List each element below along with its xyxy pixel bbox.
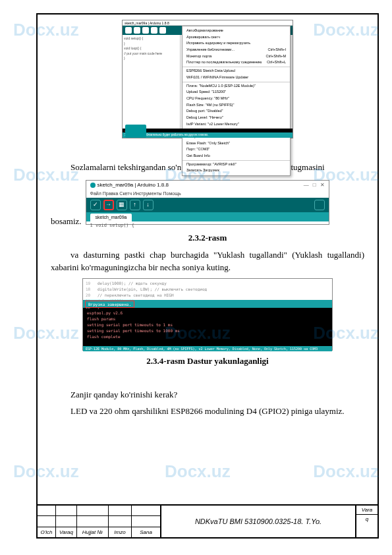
paragraph-2: va dasturning pastki chap burchagida "Yu… xyxy=(51,248,364,274)
code-line: void loop() { xyxy=(124,46,179,51)
title-block-right: Vara q xyxy=(356,506,378,537)
title-block-left: O'lch Varaq Hujjat № Imzo Sana xyxy=(38,506,161,537)
menu-item: Плоттер по последовательному соединениюC… xyxy=(182,59,290,66)
menu-item: Flash Size: "4M (no SPIFFS)" xyxy=(182,102,290,109)
page-frame: sketch_mar09a | Arduino 1.8.8 void setup… xyxy=(36,13,379,539)
ide-tabbar: sketch_mar09a xyxy=(86,212,329,221)
console-line: setting serial port timeouts to 1 ms xyxy=(87,322,328,328)
upload-complete-message: Вгрузка завершена. xyxy=(85,301,134,308)
menu-item: WiFi101 / WiFiNINA Firmware Updater xyxy=(182,74,290,81)
content-area: sketch_mar09a | Arduino 1.8.8 void setup… xyxy=(38,15,378,427)
menu-separator xyxy=(182,160,290,161)
console-line: flash complete xyxy=(87,334,328,339)
menu-item: ESP8266 Sketch Data Upload xyxy=(182,68,290,74)
tb-header: Varaq xyxy=(56,527,77,537)
bosamiz-text: bosamiz. xyxy=(51,215,82,228)
code-area: 19delay(1000); // ждать секунду 18digita… xyxy=(83,279,332,300)
arduino-ide-screenshot-2: sketch_mar09a | Arduino 1.8.8 —□✕ Файл П… xyxy=(86,180,329,225)
menu-item: Записать Загрузчик xyxy=(182,167,290,174)
menu-item: Erase Flash: "Only Sketch" xyxy=(182,140,290,147)
code-line: void setup() { xyxy=(124,36,179,42)
tb-cell xyxy=(38,506,56,515)
document-number: NDKvaTU BMI 5310900.0325-18. T.Yo. xyxy=(161,506,356,537)
arduino-ide-screenshot-3: 19delay(1000); // ждать секунду 18digita… xyxy=(82,278,333,351)
arduino-logo-icon xyxy=(90,183,96,188)
ide-titlebar: sketch_mar09a | Arduino 1.8.8 xyxy=(123,20,293,26)
code-line: 1 void setup() { xyxy=(86,221,329,230)
open-button-icon: ↑ xyxy=(130,200,140,210)
tb-cell xyxy=(132,506,161,515)
upload-button-icon: → xyxy=(103,200,114,210)
save-icon xyxy=(159,27,166,34)
menu-item: Debug Level: "Ничего" xyxy=(182,115,290,121)
tb-vara-label: Vara xyxy=(356,506,378,515)
tb-cell xyxy=(56,506,77,515)
serial-monitor-icon xyxy=(314,200,325,210)
verify-button-icon: ✓ xyxy=(90,200,101,210)
menu-item: Управление библиотеками...Ctrl+Shift+I xyxy=(182,47,290,53)
tools-menu-popup: АвтоФорматирование Архивировать скетч Ис… xyxy=(182,26,291,176)
ide-code-area: void setup() { } void loop() { // put yo… xyxy=(123,35,181,129)
menu-item: Архивировать скетч xyxy=(182,34,290,41)
paragraph-3: Zanjir qanday ko'rinishi kerak? xyxy=(51,388,364,401)
sketch-tab: sketch_mar09a xyxy=(90,214,132,222)
console-line: esptool.py v2.6 xyxy=(87,310,328,316)
maximize-icon: □ xyxy=(313,181,316,189)
code-line: } xyxy=(124,42,179,47)
verify-icon xyxy=(125,27,132,34)
code-line: 19delay(1000); // ждать секунду xyxy=(86,280,329,286)
upload-icon xyxy=(134,27,140,34)
open-icon xyxy=(151,27,157,34)
upload-status-bar: Вгрузка завершена. xyxy=(83,300,332,308)
ide-statusbar: ESP-12E Module, 80 MHz, Flash, Disabled,… xyxy=(83,346,332,351)
code-line: 18digitalWrite(pin, LOW); // выключить с… xyxy=(86,286,329,292)
tb-cell xyxy=(77,506,109,515)
console-line: setting serial port timeouts to 1000 ms xyxy=(87,328,328,334)
ide-toolbar: ✓ → ▦ ↑ ↓ xyxy=(86,198,329,212)
new-icon xyxy=(142,27,149,34)
menu-item: АвтоФорматирование xyxy=(182,28,290,34)
menu-item: Upload Speed: "115200" xyxy=(182,89,290,96)
figure-caption-3: 2.3.4-rasm Dastur yakunlaganligi xyxy=(51,355,364,368)
new-button-icon: ▦ xyxy=(117,200,127,210)
tb-header: Sana xyxy=(132,527,161,537)
tb-cell xyxy=(132,516,161,526)
tb-cell xyxy=(38,516,56,526)
save-button-icon: ↓ xyxy=(143,200,154,210)
menu-item: Get Board Info xyxy=(182,153,290,160)
ide-menubar: Файл Правка Скетч Инструменты Помощь xyxy=(86,190,329,198)
menu-item: Порт: "COM3" xyxy=(182,146,290,153)
menu-item: IwIP Variant: "v2 Lower Memory" xyxy=(182,121,290,128)
menu-separator xyxy=(182,67,290,67)
menu-item: Плата: "NodeMCU 1.0 (ESP-12E Module)" xyxy=(182,83,290,90)
tb-cell xyxy=(56,516,77,526)
ide-titlebar: sketch_mar09a | Arduino 1.8.8 —□✕ xyxy=(86,181,329,190)
tb-header: Imzo xyxy=(109,527,132,537)
menu-item: Программатор: "AVRISP mkII" xyxy=(182,161,290,168)
menu-item: Исправить кодировку и перезагрузить xyxy=(182,40,290,47)
arduino-ide-screenshot-1: sketch_mar09a | Arduino 1.8.8 void setup… xyxy=(122,20,293,138)
window-controls: —□✕ xyxy=(304,181,325,189)
tb-cell xyxy=(109,506,132,515)
figure-caption-2: 2.3.2-rasm xyxy=(51,231,364,245)
console-line: flash params xyxy=(87,316,328,322)
tb-cell xyxy=(109,516,132,526)
tb-header: O'lch xyxy=(38,527,56,537)
console-output: esptool.py v2.6 flash params setting ser… xyxy=(83,308,332,346)
paragraph-4: LED va 220 ohm qarshilikni ESP8266 modul… xyxy=(51,405,364,418)
close-icon: ✕ xyxy=(320,181,325,189)
tb-cell xyxy=(77,516,109,526)
menu-item: Монитор портаCtrl+Shift+M xyxy=(182,53,290,60)
tb-page-letter: q xyxy=(356,515,378,537)
title-block: O'lch Varaq Hujjat № Imzo Sana NDKvaTU B… xyxy=(38,504,378,537)
code-line: } xyxy=(124,56,179,61)
code-line: // put your main code here xyxy=(124,51,179,57)
menu-item: CPU Frequency: "80 MHz" xyxy=(182,96,290,102)
code-line: 20 // переключить светодиод на HIGH xyxy=(86,292,329,298)
arduino-board-graphic xyxy=(125,125,146,138)
minimize-icon: — xyxy=(304,181,309,189)
ide-statusbar: Эта строка не обязательно будет работать… xyxy=(123,132,293,138)
tb-header: Hujjat № xyxy=(77,527,109,537)
menu-separator xyxy=(182,82,290,82)
menu-item: Debug port: "Disabled" xyxy=(182,108,290,115)
